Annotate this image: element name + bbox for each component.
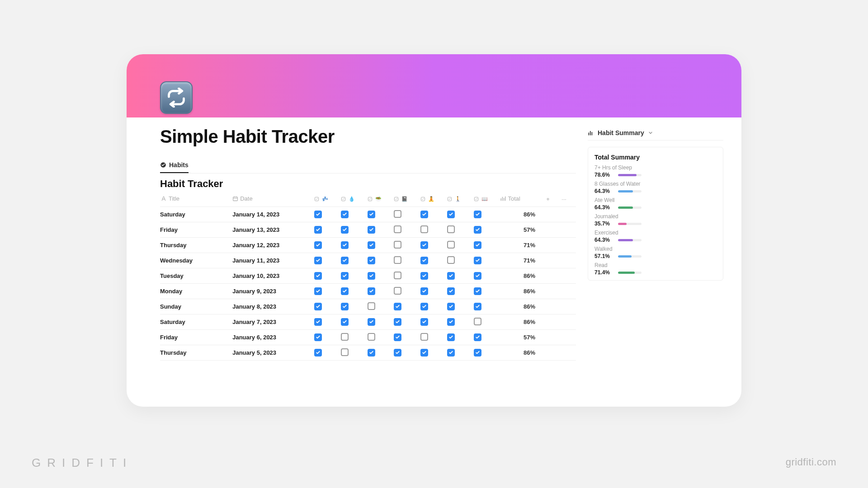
habit-checkbox[interactable]: [341, 303, 349, 310]
col-habit-header[interactable]: 💤: [313, 192, 340, 207]
habit-checkbox-cell[interactable]: [420, 207, 446, 222]
habit-checkbox-cell[interactable]: [313, 238, 340, 253]
habit-checkbox[interactable]: [420, 272, 428, 280]
habit-checkbox[interactable]: [420, 257, 428, 264]
habit-checkbox-cell[interactable]: [473, 345, 500, 361]
habit-checkbox[interactable]: [474, 287, 481, 295]
habit-checkbox[interactable]: [341, 348, 349, 356]
habit-checkbox-cell[interactable]: [473, 299, 500, 314]
habit-checkbox-cell[interactable]: [340, 314, 367, 330]
habit-checkbox[interactable]: [394, 272, 401, 279]
col-habit-header[interactable]: 🥗: [367, 192, 393, 207]
habit-checkbox[interactable]: [341, 318, 349, 326]
habit-checkbox[interactable]: [314, 318, 322, 326]
habit-checkbox-cell[interactable]: [420, 299, 446, 314]
habit-checkbox[interactable]: [447, 333, 455, 341]
habit-checkbox-cell[interactable]: [393, 207, 420, 222]
col-habit-header[interactable]: 🧘: [420, 192, 446, 207]
summary-view-tab[interactable]: Habit Summary: [588, 127, 723, 141]
habit-checkbox[interactable]: [420, 287, 428, 295]
habit-checkbox-cell[interactable]: [393, 253, 420, 268]
table-row[interactable]: SaturdayJanuary 14, 202386%: [160, 207, 576, 222]
habit-checkbox-cell[interactable]: [393, 284, 420, 299]
table-row[interactable]: WednesdayJanuary 11, 202371%: [160, 253, 576, 268]
habit-checkbox[interactable]: [341, 272, 349, 280]
habit-checkbox-cell[interactable]: [367, 284, 393, 299]
habit-checkbox[interactable]: [314, 349, 322, 357]
habit-checkbox[interactable]: [447, 303, 455, 310]
habit-checkbox[interactable]: [394, 210, 401, 218]
habit-checkbox-cell[interactable]: [340, 207, 367, 222]
habit-checkbox-cell[interactable]: [393, 268, 420, 284]
habit-checkbox-cell[interactable]: [446, 314, 473, 330]
page-icon[interactable]: [160, 81, 193, 114]
habit-checkbox-cell[interactable]: [473, 330, 500, 345]
habit-checkbox[interactable]: [394, 349, 401, 357]
habit-checkbox[interactable]: [394, 303, 401, 310]
col-habit-header[interactable]: 📓: [393, 192, 420, 207]
habit-checkbox-cell[interactable]: [340, 299, 367, 314]
table-row[interactable]: SundayJanuary 8, 202386%: [160, 299, 576, 314]
habit-checkbox[interactable]: [314, 241, 322, 249]
col-habit-header[interactable]: 📖: [473, 192, 500, 207]
add-column-button[interactable]: +: [545, 192, 561, 207]
habit-checkbox-cell[interactable]: [420, 238, 446, 253]
habit-checkbox-cell[interactable]: [446, 299, 473, 314]
habit-checkbox-cell[interactable]: [420, 253, 446, 268]
habit-checkbox-cell[interactable]: [393, 345, 420, 361]
habit-checkbox-cell[interactable]: [340, 253, 367, 268]
table-row[interactable]: ThursdayJanuary 12, 202371%: [160, 238, 576, 253]
habit-checkbox-cell[interactable]: [393, 238, 420, 253]
habit-checkbox[interactable]: [420, 333, 428, 341]
habit-checkbox-cell[interactable]: [420, 345, 446, 361]
habit-checkbox-cell[interactable]: [446, 330, 473, 345]
habit-checkbox-cell[interactable]: [367, 314, 393, 330]
habit-checkbox-cell[interactable]: [420, 284, 446, 299]
habit-checkbox[interactable]: [368, 272, 375, 280]
habit-checkbox[interactable]: [420, 211, 428, 218]
habit-checkbox[interactable]: [474, 257, 481, 264]
habit-checkbox-cell[interactable]: [473, 314, 500, 330]
habit-checkbox-cell[interactable]: [473, 284, 500, 299]
habit-checkbox[interactable]: [474, 318, 481, 325]
habit-checkbox[interactable]: [474, 333, 481, 341]
habit-checkbox[interactable]: [394, 318, 401, 326]
table-row[interactable]: FridayJanuary 6, 202357%: [160, 330, 576, 345]
habit-checkbox[interactable]: [368, 287, 375, 295]
habit-checkbox[interactable]: [341, 211, 349, 218]
habit-checkbox[interactable]: [474, 349, 481, 357]
habit-checkbox-cell[interactable]: [367, 207, 393, 222]
habit-checkbox[interactable]: [394, 287, 401, 295]
habit-checkbox[interactable]: [394, 241, 401, 249]
habit-checkbox[interactable]: [447, 225, 455, 233]
habit-checkbox[interactable]: [474, 211, 481, 218]
habit-checkbox[interactable]: [368, 257, 375, 264]
habit-checkbox-cell[interactable]: [446, 345, 473, 361]
habit-checkbox[interactable]: [474, 241, 481, 249]
habit-checkbox[interactable]: [314, 272, 322, 280]
habit-checkbox-cell[interactable]: [340, 330, 367, 345]
habit-checkbox-cell[interactable]: [313, 207, 340, 222]
habit-checkbox[interactable]: [420, 303, 428, 310]
habit-checkbox[interactable]: [314, 257, 322, 264]
habit-checkbox[interactable]: [447, 349, 455, 357]
habit-checkbox[interactable]: [474, 303, 481, 310]
habit-checkbox-cell[interactable]: [313, 253, 340, 268]
habit-checkbox-cell[interactable]: [473, 222, 500, 238]
habit-checkbox-cell[interactable]: [340, 284, 367, 299]
habit-checkbox-cell[interactable]: [367, 330, 393, 345]
habit-checkbox-cell[interactable]: [313, 284, 340, 299]
habit-checkbox-cell[interactable]: [367, 253, 393, 268]
habit-checkbox[interactable]: [474, 272, 481, 280]
habit-checkbox-cell[interactable]: [446, 253, 473, 268]
table-row[interactable]: ThursdayJanuary 5, 202386%: [160, 345, 576, 361]
habit-checkbox[interactable]: [447, 287, 455, 295]
habit-checkbox[interactable]: [394, 256, 401, 264]
habit-checkbox[interactable]: [368, 349, 375, 357]
habit-checkbox-cell[interactable]: [367, 345, 393, 361]
habit-checkbox-cell[interactable]: [473, 253, 500, 268]
habit-checkbox-cell[interactable]: [340, 222, 367, 238]
habit-checkbox-cell[interactable]: [313, 299, 340, 314]
habit-checkbox[interactable]: [341, 226, 349, 234]
habit-checkbox[interactable]: [394, 333, 401, 341]
